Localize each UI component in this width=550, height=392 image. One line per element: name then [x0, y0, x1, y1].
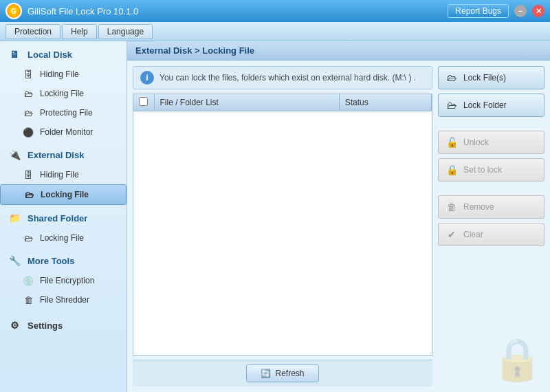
- refresh-icon: 🔄: [261, 369, 271, 378]
- locking-file-icon: 🗁: [22, 87, 34, 100]
- info-icon: i: [140, 71, 154, 85]
- app-logo: G: [6, 3, 22, 19]
- unlock-label: Unlock: [463, 138, 489, 147]
- sidebar-item-folder-monitor[interactable]: ⚫ Folder Monitor: [0, 122, 126, 142]
- menu-language[interactable]: Language: [98, 24, 153, 39]
- sidebar-item-settings[interactable]: ⚙ Settings: [0, 312, 126, 338]
- local-disk-icon: 🖥: [7, 47, 22, 62]
- lock-folder-label: Lock Folder: [463, 100, 507, 110]
- lock-files-button[interactable]: 🗁 Lock File(s): [438, 66, 544, 89]
- title-bar-controls: Report Bugs − ✕: [448, 4, 544, 18]
- left-panel: i You can lock the files, folders which …: [133, 66, 432, 386]
- content-area: External Disk > Locking File i You can l…: [127, 41, 550, 392]
- sidebar-item-local-locking-file[interactable]: 🗁 Locking File: [0, 84, 126, 103]
- btn-separator-1: [438, 121, 544, 127]
- lock-files-label: Lock File(s): [463, 73, 506, 83]
- remove-icon: 🗑: [446, 201, 458, 213]
- more-tools-icon: 🔧: [7, 253, 22, 268]
- shared-folder-label: Shared Folder: [28, 213, 87, 224]
- protecting-file-icon: 🗁: [22, 107, 34, 119]
- lock-watermark: 🔒: [490, 331, 544, 386]
- more-tools-label: More Tools: [28, 256, 74, 266]
- remove-label: Remove: [463, 202, 494, 212]
- select-all-checkbox[interactable]: [139, 97, 148, 106]
- clear-button[interactable]: ✔ Clear: [438, 223, 544, 246]
- external-disk-label: External Disk: [28, 150, 84, 160]
- table-header-file-folder-list: File / Folder List: [154, 94, 339, 111]
- breadcrumb: External Disk > Locking File: [127, 41, 550, 61]
- info-text: You can lock the files, folders which ex…: [160, 73, 416, 83]
- lock-files-icon: 🗁: [446, 72, 458, 84]
- set-to-lock-icon: 🔒: [446, 164, 458, 176]
- file-encryption-icon: 💿: [22, 274, 34, 287]
- shared-folder-icon: 📁: [7, 210, 22, 226]
- refresh-button[interactable]: 🔄 Refresh: [246, 364, 318, 382]
- set-to-lock-button[interactable]: 🔒 Set to lock: [438, 158, 544, 182]
- main-container: 🖥 Local Disk 🗄 Hiding File 🗁 Locking Fil…: [0, 41, 550, 392]
- sidebar-item-shared-locking-file[interactable]: 🗁 Locking File: [0, 228, 126, 248]
- folder-monitor-icon: ⚫: [22, 126, 34, 138]
- file-table-container: File / Folder List Status: [133, 94, 432, 356]
- clear-label: Clear: [463, 230, 483, 239]
- sidebar-section-external-disk: 🔌 External Disk: [0, 142, 126, 165]
- menu-help[interactable]: Help: [62, 24, 97, 39]
- right-panel: 🗁 Lock File(s) 🗁 Lock Folder 🔓 Unlock 🔒 …: [438, 66, 544, 386]
- clear-icon: ✔: [446, 228, 458, 241]
- sidebar-item-local-hiding-file[interactable]: 🗄 Hiding File: [0, 65, 126, 84]
- sidebar-item-file-encryption[interactable]: 💿 File Encryption: [0, 271, 126, 290]
- settings-icon: ⚙: [7, 318, 22, 333]
- settings-label: Settings: [28, 320, 63, 331]
- title-bar: G GiliSoft File Lock Pro 10.1.0 Report B…: [0, 0, 550, 22]
- btn-separator-2: [438, 186, 544, 191]
- remove-button[interactable]: 🗑 Remove: [438, 195, 544, 219]
- sidebar-section-more-tools: 🔧 More Tools: [0, 248, 126, 271]
- close-button[interactable]: ✕: [532, 5, 544, 17]
- sidebar-item-file-shredder[interactable]: 🗑 File Shredder: [0, 290, 126, 309]
- info-bar: i You can lock the files, folders which …: [133, 66, 432, 89]
- title-bar-left: G GiliSoft File Lock Pro 10.1.0: [6, 3, 138, 19]
- unlock-button[interactable]: 🔓 Unlock: [438, 131, 544, 154]
- set-to-lock-label: Set to lock: [463, 165, 502, 175]
- sidebar-item-external-locking-file[interactable]: 🗁 Locking File: [0, 184, 126, 205]
- ext-hiding-file-icon: 🗄: [22, 168, 34, 181]
- minimize-button[interactable]: −: [514, 5, 527, 17]
- menu-protection[interactable]: Protection: [6, 24, 60, 39]
- ext-locking-file-icon: 🗁: [23, 188, 35, 201]
- sidebar-item-local-protecting-file[interactable]: 🗁 Protecting File: [0, 103, 126, 122]
- unlock-icon: 🔓: [446, 136, 458, 149]
- local-disk-label: Local Disk: [28, 50, 72, 60]
- sidebar-section-local-disk: 🖥 Local Disk: [0, 41, 126, 65]
- hiding-file-icon: 🗄: [22, 68, 34, 80]
- file-shredder-icon: 🗑: [22, 294, 34, 306]
- lock-folder-icon: 🗁: [446, 99, 458, 111]
- external-disk-icon: 🔌: [7, 147, 22, 162]
- sidebar: 🖥 Local Disk 🗄 Hiding File 🗁 Locking Fil…: [0, 41, 127, 392]
- menu-bar: Protection Help Language: [0, 22, 550, 41]
- sidebar-section-shared-folder: 📁 Shared Folder: [0, 205, 126, 228]
- sidebar-item-external-hiding-file[interactable]: 🗄 Hiding File: [0, 165, 126, 184]
- app-title: GiliSoft File Lock Pro 10.1.0: [28, 6, 138, 17]
- lock-folder-button[interactable]: 🗁 Lock Folder: [438, 94, 544, 117]
- file-table: File / Folder List Status: [133, 94, 432, 111]
- table-header-row: File / Folder List Status: [133, 94, 432, 111]
- shared-locking-icon: 🗁: [22, 232, 34, 244]
- report-bugs-button[interactable]: Report Bugs: [448, 4, 509, 18]
- table-header-status: Status: [339, 94, 431, 111]
- refresh-label: Refresh: [275, 369, 304, 378]
- content-body: i You can lock the files, folders which …: [127, 61, 550, 392]
- table-header-checkbox: [133, 94, 154, 111]
- bottom-bar: 🔄 Refresh: [133, 360, 432, 386]
